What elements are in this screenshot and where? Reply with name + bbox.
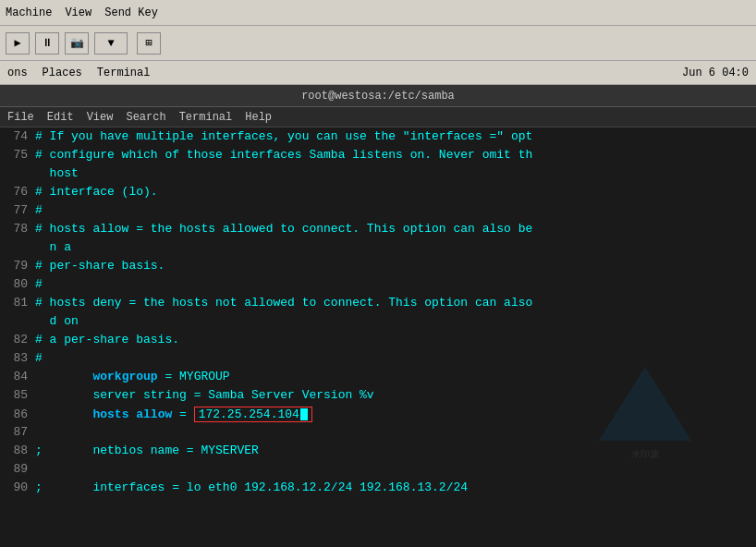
menu-machine[interactable]: Machine — [6, 6, 52, 19]
app-menubar: Machine View Send Key — [0, 0, 756, 26]
line-number: 77 — [0, 203, 35, 217]
table-row: 84 workgroup = MYGROUP — [0, 370, 756, 388]
terminal-menu-terminal[interactable]: Terminal — [179, 111, 233, 124]
system-item-terminal[interactable]: Terminal — [97, 67, 151, 79]
table-row: n a — [0, 240, 756, 259]
terminal-menu-view[interactable]: View — [87, 111, 114, 124]
snapshot-button[interactable]: 📷 — [65, 32, 89, 55]
table-row: 74# If you have multiple interfaces, you… — [0, 129, 756, 148]
table-row: 78# hosts allow = the hosts allowed to c… — [0, 222, 756, 240]
table-row: 87 — [0, 425, 756, 444]
line-number: 88 — [0, 444, 35, 457]
terminal-content[interactable]: 74# If you have multiple interfaces, you… — [0, 128, 756, 547]
line-text: # per-share basis. — [35, 259, 165, 273]
fullscreen-button[interactable]: ⊞ — [137, 32, 161, 55]
line-text: workgroup = MYGROUP — [35, 370, 230, 383]
table-row: 80# — [0, 277, 756, 296]
table-row: 81# hosts deny = the hosts not allowed t… — [0, 296, 756, 314]
line-number: 80 — [0, 277, 35, 291]
terminal-menu-search[interactable]: Search — [126, 111, 165, 124]
table-row: 76# interface (lo). — [0, 185, 756, 203]
line-number: 83 — [0, 351, 35, 365]
toolbar: ▶ ⏸ 📷 ▼ ⊞ — [0, 26, 756, 61]
table-row: host — [0, 166, 756, 185]
table-row: 85 server string = Samba Server Version … — [0, 388, 756, 407]
table-row: 90; interfaces = lo eth0 192.168.12.2/24… — [0, 480, 756, 499]
line-text: # a per-share basis. — [35, 333, 179, 346]
menu-view[interactable]: View — [65, 6, 91, 19]
system-item-ons[interactable]: ons — [7, 67, 28, 79]
table-row: 82# a per-share basis. — [0, 333, 756, 351]
line-number: 90 — [0, 480, 35, 494]
line-text: # interface (lo). — [35, 185, 158, 199]
terminal-window: root@westosa:/etc/samba File Edit View S… — [0, 85, 756, 547]
system-bar: ons Places Terminal Jun 6 04:0 — [0, 61, 756, 85]
line-text: hosts allow = 172.25.254.104 — [35, 407, 312, 422]
line-text: # If you have multiple interfaces, you c… — [35, 129, 532, 143]
table-row: 79# per-share basis. — [0, 259, 756, 277]
table-row: 88; netbios name = MYSERVER — [0, 444, 756, 462]
line-number: 74 — [0, 129, 35, 143]
line-number: 79 — [0, 259, 35, 273]
line-text: ; netbios name = MYSERVER — [35, 444, 259, 457]
line-text: # hosts allow = the hosts allowed to con… — [35, 222, 532, 236]
line-text: # — [35, 277, 43, 291]
line-number: 86 — [0, 407, 35, 421]
line-number: 82 — [0, 333, 35, 346]
line-number: 89 — [0, 462, 35, 476]
terminal-menu-help[interactable]: Help — [245, 111, 272, 124]
terminal-menu-file[interactable]: File — [7, 111, 34, 124]
terminal-title: root@westosa:/etc/samba — [301, 90, 455, 103]
dropdown-button[interactable]: ▼ — [94, 32, 128, 55]
line-number: 85 — [0, 388, 35, 402]
menu-sendkey[interactable]: Send Key — [104, 6, 158, 19]
line-text: ; interfaces = lo eth0 192.168.12.2/24 1… — [35, 480, 468, 494]
line-text: server string = Samba Server Version %v — [35, 388, 374, 402]
table-row: d on — [0, 314, 756, 333]
line-number: 81 — [0, 296, 35, 310]
line-number: 75 — [0, 148, 35, 162]
line-text: # hosts deny = the hosts not allowed to … — [35, 296, 532, 310]
line-number: 84 — [0, 370, 35, 383]
table-row: 75# configure which of those interfaces … — [0, 148, 756, 166]
line-text: d on — [35, 314, 79, 328]
system-clock: Jun 6 04:0 — [682, 67, 749, 79]
line-number: 76 — [0, 185, 35, 199]
line-text: n a — [35, 240, 71, 254]
line-text: # configure which of those interfaces Sa… — [35, 148, 532, 162]
line-number: 78 — [0, 222, 35, 236]
line-text: host — [35, 166, 79, 180]
system-item-places[interactable]: Places — [43, 67, 82, 79]
line-text: # — [35, 203, 43, 217]
line-text: # — [35, 351, 43, 365]
terminal-titlebar: root@westosa:/etc/samba — [0, 85, 756, 107]
table-row: 86 hosts allow = 172.25.254.104 — [0, 407, 756, 425]
terminal-menu: File Edit View Search Terminal Help — [0, 107, 756, 128]
table-row: 83# — [0, 351, 756, 370]
table-row: 77# — [0, 203, 756, 222]
line-number: 87 — [0, 425, 35, 439]
table-row: 89 — [0, 462, 756, 480]
pause-button[interactable]: ⏸ — [35, 32, 59, 55]
terminal-menu-edit[interactable]: Edit — [47, 111, 74, 124]
play-button[interactable]: ▶ — [6, 32, 30, 55]
